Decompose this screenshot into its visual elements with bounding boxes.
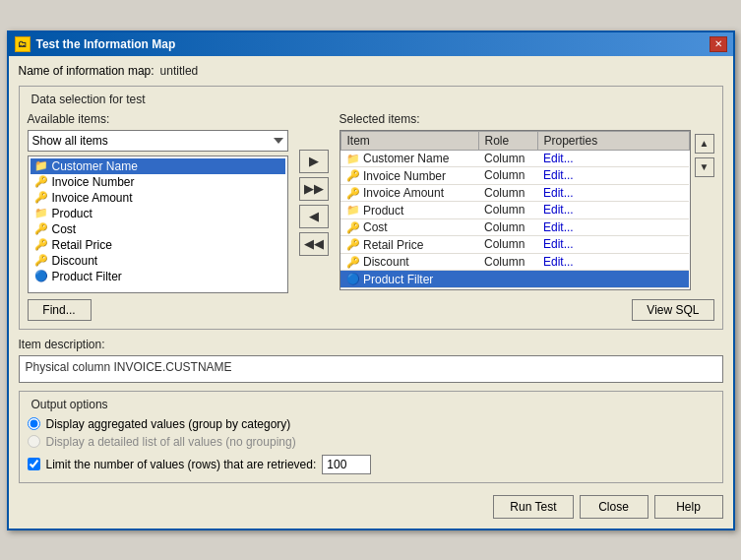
limit-row: Limit the number of values (rows) that a… <box>28 455 714 474</box>
row-role: Column <box>478 253 537 271</box>
tree-label: Product <box>52 207 93 220</box>
limit-value-input[interactable] <box>322 455 371 474</box>
row-properties[interactable]: Edit... <box>537 218 689 236</box>
tree-label: Invoice Amount <box>52 191 133 205</box>
tree-item-invoice-amount[interactable]: 🔑 Invoice Amount <box>31 190 285 206</box>
add-all-button[interactable]: ▶▶ <box>299 177 329 201</box>
row-role: Column <box>478 184 537 202</box>
output-options-title: Output options <box>28 398 112 411</box>
window-icon: 🗂 <box>15 36 31 52</box>
row-item: 🔑 Invoice Number <box>340 167 478 185</box>
limit-label: Limit the number of values (rows) that a… <box>46 458 317 471</box>
info-name-row: Name of information map: untitled <box>19 64 723 78</box>
tree-label: Cost <box>52 222 77 236</box>
bottom-buttons-row: Find... View SQL <box>28 299 714 321</box>
tree-label: Discount <box>52 254 98 268</box>
item-description-value: Physical column INVOICE.CUSTNAME <box>19 355 723 383</box>
row-role: Column <box>478 218 537 236</box>
tree-label: Customer Name <box>52 159 138 173</box>
available-items-tree: 📁 Customer Name 🔑 Invoice Number 🔑 Invoi… <box>28 156 288 293</box>
tree-item-retail-price[interactable]: 🔑 Retail Price <box>31 237 285 253</box>
row-properties[interactable]: Edit... <box>537 167 689 185</box>
left-panel: Available items: Show all items 📁 Custom… <box>28 112 288 293</box>
row-properties[interactable]: Edit... <box>537 236 689 254</box>
info-name-label: Name of information map: <box>19 64 154 78</box>
col-header-role: Role <box>478 131 537 150</box>
available-items-dropdown[interactable]: Show all items <box>28 130 288 152</box>
table-row-selected[interactable]: 🔵 Product Filter <box>340 271 689 288</box>
filter-icon: 🔵 <box>34 270 48 283</box>
remove-item-button[interactable]: ◀ <box>299 205 329 228</box>
row-properties[interactable]: Edit... <box>537 202 689 219</box>
right-panel-container: Item Role Properties 📁 Customer Name Col… <box>340 130 714 290</box>
radio-detail-label: Display a detailed list of all values (n… <box>46 435 296 449</box>
data-selection-group: Data selection for test Available items:… <box>19 86 723 330</box>
item-description-group: Item description: Physical column INVOIC… <box>19 338 723 383</box>
item-description-label: Item description: <box>19 338 723 351</box>
row-properties <box>537 271 689 288</box>
view-sql-button[interactable]: View SQL <box>632 299 713 321</box>
run-test-button[interactable]: Run Test <box>493 495 573 519</box>
field-icon: 🔑 <box>34 222 48 236</box>
field-icon: 🔑 <box>34 238 48 252</box>
data-selection-title: Data selection for test <box>28 93 150 106</box>
available-label: Available items: <box>28 112 288 126</box>
right-panel: Selected items: Item Role Properties <box>340 112 714 293</box>
reorder-buttons: ▲ ▼ <box>695 130 714 290</box>
radio-detail[interactable] <box>28 435 40 448</box>
close-button[interactable]: Close <box>580 495 648 519</box>
window-title: Test the Information Map <box>36 37 176 51</box>
remove-all-button[interactable]: ◀◀ <box>299 232 329 256</box>
table-row[interactable]: 🔑 Cost Column Edit... <box>340 218 689 236</box>
tree-label: Product Filter <box>52 270 122 283</box>
tree-item-product[interactable]: 📁 Product <box>31 206 285 221</box>
move-down-button[interactable]: ▼ <box>695 157 714 177</box>
row-item: 🔑 Invoice Amount <box>340 184 478 202</box>
row-role: Column <box>478 236 537 254</box>
tree-label: Invoice Number <box>52 175 135 189</box>
help-button[interactable]: Help <box>654 495 723 519</box>
table-row[interactable]: 🔑 Discount Column Edit... <box>340 253 689 271</box>
add-item-button[interactable]: ▶ <box>299 150 329 173</box>
info-name-value: untitled <box>160 64 199 78</box>
col-header-item: Item <box>340 131 478 150</box>
window-content: Name of information map: untitled Data s… <box>9 56 733 529</box>
table-row[interactable]: 📁 Customer Name Column Edit... <box>340 150 689 167</box>
tree-item-invoice-number[interactable]: 🔑 Invoice Number <box>31 174 285 190</box>
field-icon: 🔑 <box>34 191 48 205</box>
tree-item-discount[interactable]: 🔑 Discount <box>31 253 285 269</box>
move-up-button[interactable]: ▲ <box>695 134 714 154</box>
tree-item-product-filter[interactable]: 🔵 Product Filter <box>31 269 285 284</box>
find-button[interactable]: Find... <box>28 299 92 321</box>
radio-row-detail: Display a detailed list of all values (n… <box>28 435 714 449</box>
folder-icon: 📁 <box>34 207 48 220</box>
row-item: 📁 Product <box>340 202 478 219</box>
table-row[interactable]: 📁 Product Column Edit... <box>340 202 689 219</box>
folder-icon: 📁 <box>34 159 48 173</box>
main-window: 🗂 Test the Information Map ✕ Name of inf… <box>7 31 735 530</box>
radio-row-aggregate: Display aggregated values (group by cate… <box>28 417 714 431</box>
row-item: 🔵 Product Filter <box>340 271 478 288</box>
row-properties[interactable]: Edit... <box>537 253 689 271</box>
row-item: 🔑 Cost <box>340 218 478 236</box>
selected-label: Selected items: <box>340 112 714 126</box>
row-properties[interactable]: Edit... <box>537 184 689 202</box>
footer-buttons: Run Test Close Help <box>19 491 723 521</box>
table-row[interactable]: 🔑 Retail Price Column Edit... <box>340 236 689 254</box>
row-role <box>478 271 537 288</box>
tree-item-cost[interactable]: 🔑 Cost <box>31 221 285 237</box>
row-item: 🔑 Retail Price <box>340 236 478 254</box>
col-header-properties: Properties <box>537 131 689 150</box>
row-properties[interactable]: Edit... <box>537 150 689 167</box>
table-row[interactable]: 🔑 Invoice Number Column Edit... <box>340 167 689 185</box>
window-close-button[interactable]: ✕ <box>710 36 727 52</box>
row-role: Column <box>478 202 537 219</box>
selected-items-table: Item Role Properties 📁 Customer Name Col… <box>340 131 690 288</box>
tree-label: Retail Price <box>52 238 112 252</box>
tree-item-customer-name[interactable]: 📁 Customer Name <box>31 158 285 174</box>
table-row[interactable]: 🔑 Invoice Amount Column Edit... <box>340 184 689 202</box>
limit-checkbox[interactable] <box>28 458 40 470</box>
radio-aggregate[interactable] <box>28 417 40 430</box>
output-options-group: Output options Display aggregated values… <box>19 391 723 483</box>
titlebar: 🗂 Test the Information Map ✕ <box>9 32 733 56</box>
